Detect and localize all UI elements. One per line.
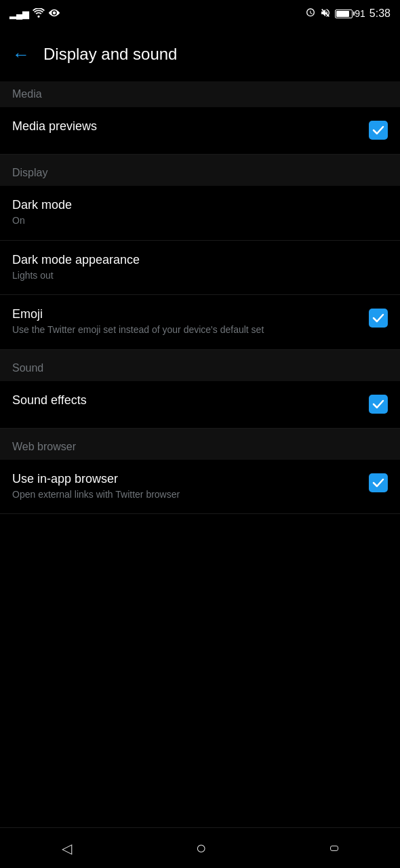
battery-indicator bbox=[335, 9, 353, 18]
setting-title-emoji: Emoji bbox=[12, 307, 358, 321]
section-header-display: Display bbox=[0, 160, 400, 186]
section-label-display: Display bbox=[12, 167, 47, 178]
setting-content-dark-mode-appearance: Dark mode appearance Lights out bbox=[12, 253, 388, 283]
setting-subtitle-emoji: Use the Twitter emoji set instead of you… bbox=[12, 323, 358, 337]
setting-title-sound-effects: Sound effects bbox=[12, 393, 358, 408]
checkbox-sound-effects[interactable] bbox=[369, 395, 388, 414]
setting-title-in-app-browser: Use in-app browser bbox=[12, 472, 358, 486]
setting-subtitle-dark-mode: On bbox=[12, 214, 377, 228]
page-title: Display and sound bbox=[43, 45, 177, 64]
alarm-icon bbox=[305, 7, 316, 20]
setting-title-dark-mode-appearance: Dark mode appearance bbox=[12, 253, 377, 267]
setting-title-dark-mode: Dark mode bbox=[12, 198, 377, 212]
divider-display-sound bbox=[0, 350, 400, 355]
status-left: ▂▄▆ bbox=[9, 8, 60, 20]
time-display: 5:38 bbox=[369, 7, 391, 20]
setting-subtitle-dark-mode-appearance: Lights out bbox=[12, 269, 377, 283]
status-bar: ▂▄▆ 91 5:3 bbox=[0, 0, 400, 27]
section-header-web-browser: Web browser bbox=[0, 434, 400, 460]
setting-content-dark-mode: Dark mode On bbox=[12, 198, 388, 228]
section-header-sound: Sound bbox=[0, 355, 400, 381]
setting-row-emoji[interactable]: Emoji Use the Twitter emoji set instead … bbox=[0, 295, 400, 350]
divider-sound-webbrowser bbox=[0, 429, 400, 434]
nav-back-button[interactable]: ◁ bbox=[62, 840, 72, 856]
setting-row-dark-mode-appearance[interactable]: Dark mode appearance Lights out bbox=[0, 241, 400, 296]
eye-icon bbox=[48, 8, 60, 20]
setting-content-in-app-browser: Use in-app browser Open external links w… bbox=[12, 472, 369, 502]
wifi-icon bbox=[33, 8, 45, 20]
battery-block: 91 bbox=[335, 8, 365, 19]
mute-icon bbox=[320, 7, 331, 20]
header: ← Display and sound bbox=[0, 27, 400, 81]
divider-media-display bbox=[0, 155, 400, 160]
setting-row-dark-mode[interactable]: Dark mode On bbox=[0, 186, 400, 241]
section-label-web-browser: Web browser bbox=[12, 441, 76, 452]
section-header-media: Media bbox=[0, 81, 400, 107]
setting-content-media-previews: Media previews bbox=[12, 119, 369, 136]
setting-title-media-previews: Media previews bbox=[12, 119, 358, 134]
setting-subtitle-in-app-browser: Open external links with Twitter browser bbox=[12, 488, 358, 502]
setting-row-in-app-browser[interactable]: Use in-app browser Open external links w… bbox=[0, 460, 400, 515]
nav-recents-button[interactable] bbox=[330, 846, 338, 851]
checkbox-in-app-browser[interactable] bbox=[369, 473, 388, 492]
setting-row-sound-effects[interactable]: Sound effects bbox=[0, 381, 400, 429]
setting-content-sound-effects: Sound effects bbox=[12, 393, 369, 410]
checkbox-media-previews[interactable] bbox=[369, 121, 388, 140]
checkbox-emoji[interactable] bbox=[369, 309, 388, 328]
section-label-sound: Sound bbox=[12, 362, 43, 374]
status-right: 91 5:38 bbox=[305, 7, 391, 20]
battery-percent: 91 bbox=[355, 8, 365, 19]
signal-icon: ▂▄▆ bbox=[9, 9, 29, 19]
back-button[interactable]: ← bbox=[12, 44, 30, 65]
setting-row-media-previews[interactable]: Media previews bbox=[0, 107, 400, 155]
content-area: Media Media previews Display Dark mode O… bbox=[0, 81, 400, 561]
section-label-media: Media bbox=[12, 88, 42, 100]
nav-home-button[interactable]: ○ bbox=[196, 837, 207, 859]
nav-bar: ◁ ○ bbox=[0, 827, 400, 868]
setting-content-emoji: Emoji Use the Twitter emoji set instead … bbox=[12, 307, 369, 337]
battery-fill bbox=[336, 11, 349, 17]
